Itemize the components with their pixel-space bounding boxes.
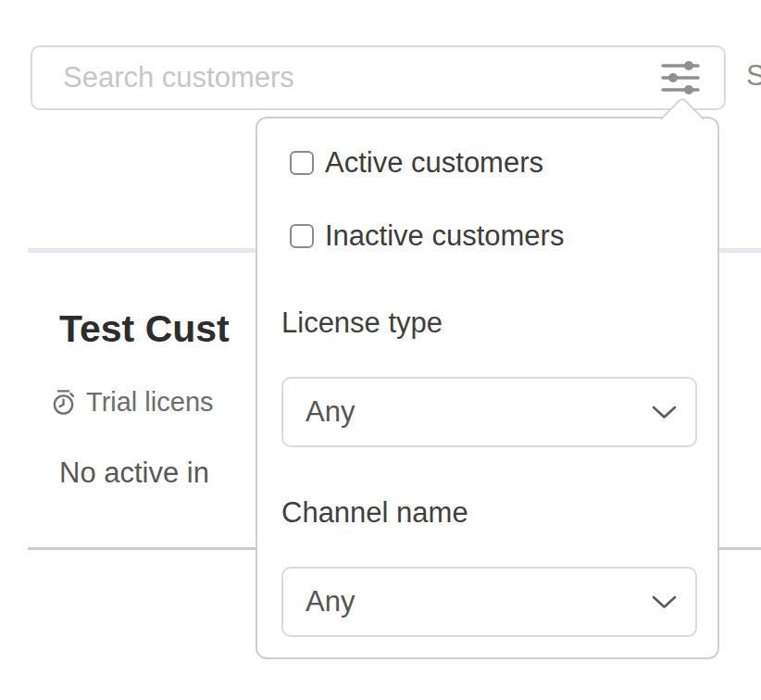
timer-icon [51,389,76,416]
filter-active-customers[interactable]: Active customers [290,146,543,180]
license-type-select[interactable]: Any [281,377,697,447]
search-input[interactable] [63,49,637,106]
sliders-icon [661,60,700,95]
filter-inactive-customers[interactable]: Inactive customers [290,219,564,253]
sort-control-partial[interactable]: S [746,58,761,93]
customers-page: S Test Cust Trial licens No active in Ac… [0,0,761,700]
chevron-down-icon [652,595,677,609]
customer-name[interactable]: Test Cust [59,306,230,352]
customer-license-label: Trial licens [86,387,214,418]
channel-name-value: Any [306,585,355,619]
channel-name-label: Channel name [281,495,468,530]
customer-license-row: Trial licens [51,387,214,418]
active-customers-label: Active customers [325,146,543,180]
chevron-down-icon [652,406,677,419]
inactive-customers-checkbox[interactable] [290,224,314,248]
filter-button[interactable] [657,56,704,99]
license-type-value: Any [306,395,355,429]
customer-instances-status: No active in [59,456,209,490]
filter-popover: Active customers Inactive customers Lice… [256,117,719,659]
active-customers-checkbox[interactable] [290,151,314,175]
license-type-label: License type [281,306,443,340]
inactive-customers-label: Inactive customers [325,219,564,253]
channel-name-select[interactable]: Any [281,567,697,637]
search-bar [31,45,726,110]
